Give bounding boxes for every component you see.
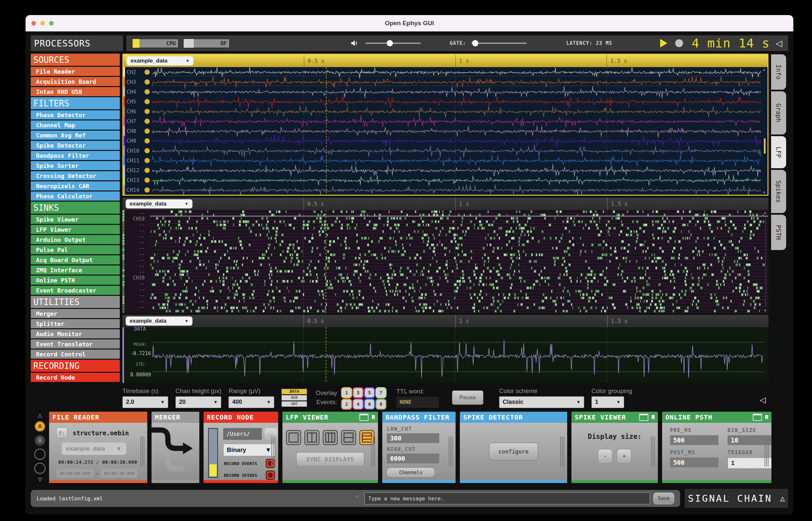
tab-info[interactable]: Info: [771, 54, 786, 90]
node-header[interactable]: ONLINE PSTH: [662, 412, 771, 423]
node-online-psth[interactable]: ONLINE PSTH PRE_MS BIN_SIZE 500 10 POST_…: [662, 412, 771, 483]
drag-handle[interactable]: [140, 436, 145, 467]
pre-ms-field[interactable]: 500: [670, 435, 718, 445]
tab-graph[interactable]: Graph: [771, 91, 786, 135]
open-window-icon[interactable]: [639, 414, 648, 421]
audio-monitor-dot[interactable]: [144, 89, 150, 95]
sidebar-item-audio-monitor[interactable]: Audio Monitor: [31, 329, 120, 338]
speaker-icon[interactable]: [350, 39, 359, 47]
sidebar-item-spike-detector[interactable]: Spike Detector: [31, 141, 120, 150]
sidebar-item-common-avg-ref[interactable]: Common Avg Ref: [31, 131, 120, 140]
timebase-dropdown[interactable]: 2.0▼: [122, 396, 168, 408]
post-ms-field[interactable]: 500: [670, 457, 718, 467]
layout-single-button[interactable]: [286, 430, 301, 445]
layout-two-row-button[interactable]: [341, 430, 356, 445]
audio-monitor-dot[interactable]: [144, 69, 150, 75]
pause-button[interactable]: Pause: [452, 390, 483, 405]
sidebar-item-acq-board-output[interactable]: Acq Board Output: [31, 255, 120, 265]
node-header[interactable]: LFP VIEWER: [283, 412, 378, 423]
open-tab-icon[interactable]: [652, 415, 655, 420]
low-cut-field[interactable]: 300: [387, 433, 439, 443]
range-dropdown[interactable]: 400▼: [228, 396, 274, 408]
color-scheme-dropdown[interactable]: Classic▼: [499, 396, 584, 408]
message-input[interactable]: [365, 493, 650, 504]
node-header[interactable]: SPIKE DETECTOR: [460, 412, 567, 423]
node-record-node[interactable]: RECORD NODE /Users/ ... Binary▼ RECORD E…: [204, 412, 278, 483]
sidebar-item-file-reader[interactable]: File Reader: [31, 67, 120, 76]
sidebar-item-splitter[interactable]: Splitter: [31, 319, 120, 328]
end-time-field[interactable]: 00:00:30.000: [100, 469, 138, 478]
audio-monitor-dot[interactable]: [144, 128, 150, 134]
file-select-button[interactable]: F:: [56, 427, 67, 438]
layout-two-col-button[interactable]: [304, 430, 319, 445]
audio-monitor-dot[interactable]: [144, 177, 150, 183]
node-file-reader[interactable]: FILE READER F: structure.oebin example_d…: [49, 412, 147, 483]
display-size-minus-button[interactable]: -: [598, 449, 612, 463]
lfp-scrollbar[interactable]: ▲▼: [762, 67, 767, 195]
rail-slot-a[interactable]: A: [35, 421, 45, 432]
node-spike-viewer[interactable]: SPIKE VIEWER Display size: - +: [571, 412, 658, 483]
channel-row-ch9[interactable]: CH9: [123, 136, 767, 145]
node-header[interactable]: FILE READER: [49, 412, 147, 423]
chevron-up-icon[interactable]: ⌃: [354, 494, 360, 503]
event-overlay-button-1[interactable]: 1: [341, 387, 352, 398]
channel-row-ch6[interactable]: CH6: [123, 106, 767, 116]
stream-type-data-button[interactable]: DATA: [281, 389, 307, 394]
volume-slider[interactable]: [365, 43, 421, 44]
record-format-dropdown[interactable]: Binary▼: [223, 444, 275, 456]
open-window-icon[interactable]: [753, 414, 762, 421]
audio-monitor-dot[interactable]: [144, 99, 150, 105]
record-path-field[interactable]: /Users/: [223, 428, 262, 440]
open-tab-icon[interactable]: [765, 415, 768, 420]
channel-row-ch7[interactable]: CH7: [123, 116, 767, 126]
sidebar-item-acquisition-board[interactable]: Acquisition Board: [31, 77, 120, 86]
audio-monitor-dot[interactable]: [144, 118, 150, 124]
chan-height-dropdown[interactable]: 20▼: [176, 396, 221, 408]
node-header[interactable]: RECORD NODE: [204, 412, 278, 423]
rail-slot-b[interactable]: B: [35, 435, 45, 446]
rail-up-icon[interactable]: △: [38, 412, 42, 418]
open-window-icon[interactable]: [359, 414, 368, 421]
channels-button[interactable]: Channels: [386, 467, 435, 478]
audio-monitor-dot[interactable]: [144, 109, 150, 114]
browse-button[interactable]: ...: [265, 428, 277, 440]
sidebar-item-phase-calculator[interactable]: Phase Calculator: [31, 191, 120, 201]
node-header[interactable]: SPIKE VIEWER: [571, 412, 658, 423]
channel-row-ch13[interactable]: CH13: [123, 175, 767, 185]
record-spikes-toggle[interactable]: [266, 471, 275, 480]
tab-psth[interactable]: PSTH: [771, 215, 786, 250]
audio-monitor-dot[interactable]: [144, 158, 150, 163]
sidebar-item-crossing-detector[interactable]: Crossing Detector: [31, 171, 120, 180]
sidebar-item-event-broadcaster[interactable]: Event Broadcaster: [31, 286, 120, 295]
open-tab-icon[interactable]: [372, 415, 375, 420]
configure-button[interactable]: configure: [489, 443, 538, 460]
sidebar-item-zmq-interface[interactable]: ZMQ Interface: [31, 266, 120, 275]
node-lfp-viewer[interactable]: LFP VIEWER SYNC DISPLAYS: [283, 412, 378, 483]
tab-lfp[interactable]: LFP: [771, 136, 786, 168]
event-overlay-button-6[interactable]: 6: [364, 399, 375, 410]
channel-row-ch5[interactable]: CH5: [123, 96, 767, 106]
gate-slider[interactable]: [471, 43, 527, 44]
rail-down-icon[interactable]: ▽: [38, 476, 42, 482]
sidebar-item-lfp-viewer[interactable]: LFP Viewer: [31, 225, 120, 234]
toolbar-collapse-icon[interactable]: ◁: [776, 38, 782, 48]
high-cut-field[interactable]: 6000: [387, 454, 439, 463]
layout-three-col-button[interactable]: [323, 430, 338, 445]
drag-handle[interactable]: [371, 436, 376, 467]
channel-row-ch10[interactable]: CH10: [123, 145, 767, 155]
audio-monitor-dot[interactable]: [144, 79, 150, 85]
save-message-button[interactable]: Save: [653, 493, 674, 504]
rail-slot-empty[interactable]: [35, 449, 45, 460]
controls-collapse-icon[interactable]: ◁: [760, 395, 766, 405]
rail-slot-empty[interactable]: [35, 463, 45, 474]
play-button[interactable]: [660, 39, 667, 47]
gate-slider-knob[interactable]: [472, 40, 478, 46]
sidebar-item-online-psth[interactable]: Online PSTH: [31, 275, 120, 285]
sync-displays-button[interactable]: SYNC DISPLAYS: [296, 452, 364, 467]
continuous-trace-canvas[interactable]: [122, 327, 768, 383]
channel-row-ch11[interactable]: CH11: [123, 155, 767, 165]
sidebar-item-arduino-output[interactable]: Arduino Output: [31, 235, 120, 244]
sidebar-item-spike-sorter[interactable]: Spike Sorter: [31, 161, 120, 170]
node-bandpass-filter[interactable]: BANDPASS FILTER LOW_CUT 300 HIGH_CUT 600…: [382, 412, 456, 483]
drag-handle[interactable]: [560, 436, 565, 467]
